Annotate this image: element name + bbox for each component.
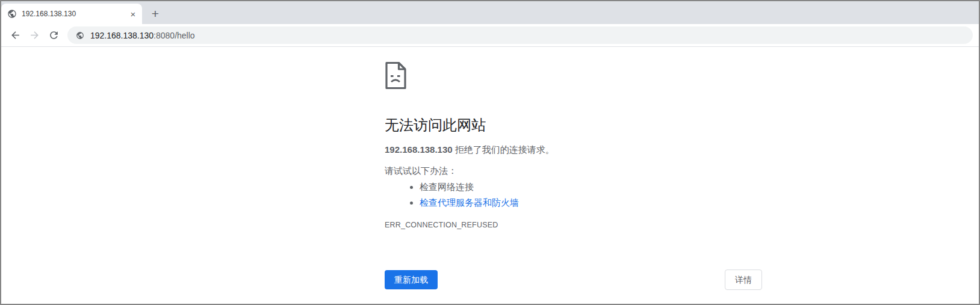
suggestions-title: 请试试以下办法： (385, 165, 762, 177)
error-container: 无法访问此网站 192.168.138.130 拒绝了我们的连接请求。 请试试以… (385, 61, 762, 290)
browser-tab[interactable]: 192.168.138.130 × (1, 4, 142, 24)
address-bar[interactable]: 192.168.138.130:8080/hello (67, 26, 973, 44)
back-button[interactable] (6, 26, 24, 45)
url-path: :8080/hello (154, 31, 195, 40)
page-content: 无法访问此网站 192.168.138.130 拒绝了我们的连接请求。 请试试以… (1, 46, 979, 304)
error-message: 192.168.138.130 拒绝了我们的连接请求。 (385, 144, 762, 156)
site-info-globe-icon[interactable] (76, 31, 84, 40)
reload-page-button[interactable]: 重新加载 (385, 270, 438, 289)
url-text: 192.168.138.130:8080/hello (90, 31, 195, 40)
back-arrow-icon (10, 29, 21, 41)
suggestion-item: 检查网络连接 (420, 179, 762, 195)
tab-title: 192.168.138.130 (22, 10, 123, 18)
globe-favicon-icon (7, 9, 17, 19)
browser-window: 192.168.138.130 × + 192.168.138.130:8080… (0, 0, 980, 305)
reload-icon (48, 29, 60, 41)
tab-close-icon[interactable]: × (128, 8, 138, 19)
proxy-firewall-link[interactable]: 检查代理服务器和防火墙 (420, 197, 519, 208)
suggestion-label: 检查网络连接 (420, 182, 474, 192)
error-actions: 重新加载 详情 (385, 270, 762, 290)
error-message-rest: 拒绝了我们的连接请求。 (453, 144, 554, 155)
forward-button[interactable] (25, 26, 43, 45)
new-tab-button[interactable]: + (147, 5, 164, 22)
browser-toolbar: 192.168.138.130:8080/hello (1, 24, 979, 46)
reload-button[interactable] (45, 26, 63, 45)
tab-strip: 192.168.138.130 × + (1, 1, 979, 24)
error-message-host: 192.168.138.130 (385, 144, 453, 155)
url-host: 192.168.138.130 (90, 31, 154, 40)
sad-page-icon (385, 61, 762, 93)
forward-arrow-icon (29, 29, 40, 41)
suggestion-item: 检查代理服务器和防火墙 (420, 195, 762, 211)
details-button[interactable]: 详情 (725, 270, 762, 290)
suggestions-list: 检查网络连接 检查代理服务器和防火墙 (385, 179, 762, 211)
error-code: ERR_CONNECTION_REFUSED (385, 219, 762, 231)
error-page-title: 无法访问此网站 (385, 117, 762, 134)
